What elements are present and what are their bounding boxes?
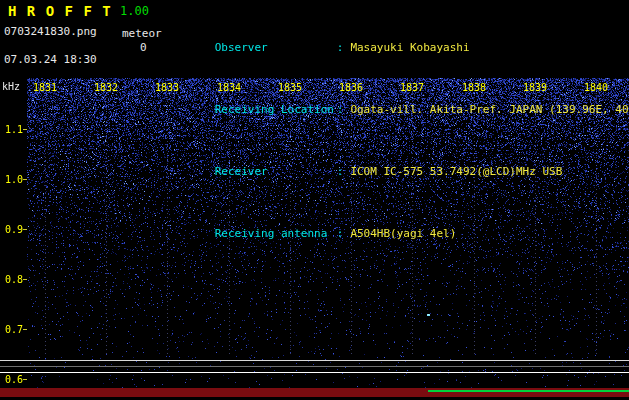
info-value: Masayuki Kobayashi <box>343 41 469 54</box>
info-row-location: Receiving Location:Ogata-vill. Akita-Pre… <box>175 92 629 129</box>
freq-tick <box>23 229 27 230</box>
app-title: H R O F F T <box>8 3 112 19</box>
level-reference-line <box>0 360 629 361</box>
minute-gridline <box>167 93 168 357</box>
app-version: 1.00 <box>120 4 149 18</box>
level-reference-line <box>0 366 629 367</box>
hrofft-window: H R O F F T 1.00 0703241830.png meteor 0… <box>0 0 629 400</box>
meteor-count-value: 0 <box>140 41 147 54</box>
freq-tick <box>23 379 27 380</box>
freq-label: 0.9 <box>3 224 23 235</box>
minute-gridline <box>45 93 46 357</box>
info-row-antenna: Receiving antenna:A504HB(yagi 4el) <box>175 216 629 253</box>
info-label: Receiving Location <box>215 104 337 116</box>
output-filename: 0703241830.png <box>4 25 97 38</box>
freq-label: 1.1 <box>3 124 23 135</box>
time-label: 1831 <box>30 82 60 93</box>
time-label: 1832 <box>91 82 121 93</box>
info-label: Receiving antenna <box>215 228 337 240</box>
station-info: Observer:Masayuki Kobayashi Receiving Lo… <box>175 5 629 278</box>
signal-level-trace <box>428 390 629 392</box>
info-value: A504HB(yagi 4el) <box>343 227 456 240</box>
freq-label: 0.6 <box>3 374 23 385</box>
freq-label: 0.8 <box>3 274 23 285</box>
meteor-count-label: meteor <box>122 27 162 40</box>
info-value: ICOM IC-575 53.7492(@LCD)MHz USB <box>343 165 562 178</box>
freq-tick <box>23 179 27 180</box>
freq-tick <box>23 279 27 280</box>
freq-tick <box>23 329 27 330</box>
info-row-observer: Observer:Masayuki Kobayashi <box>175 30 629 67</box>
freq-tick <box>23 129 27 130</box>
info-row-receiver: Receiver:ICOM IC-575 53.7492(@LCD)MHz US… <box>175 154 629 191</box>
observation-datetime: 07.03.24 18:30 <box>4 53 97 66</box>
level-reference-line <box>0 372 629 373</box>
info-label: Receiver <box>215 166 337 178</box>
freq-axis-unit: kHz <box>2 81 20 92</box>
freq-label: 1.0 <box>3 174 23 185</box>
info-value: Ogata-vill. Akita-Pref. JAPAN (139.96E, … <box>343 103 629 116</box>
minute-gridline <box>106 93 107 357</box>
freq-label: 0.7 <box>3 324 23 335</box>
info-label: Observer <box>215 42 337 54</box>
